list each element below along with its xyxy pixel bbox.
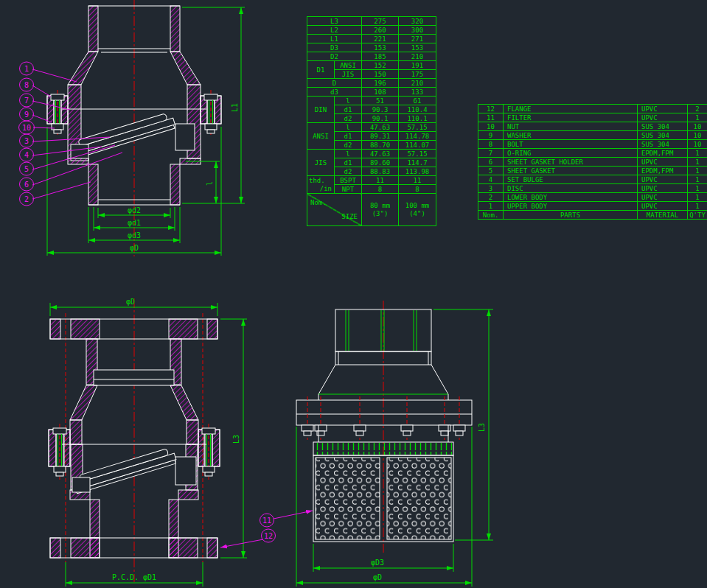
dim-value-80: 221 xyxy=(362,35,399,43)
dim-row-D3: D3153153 xyxy=(307,43,436,52)
seat-notch xyxy=(175,457,196,485)
part-nom: 6 xyxy=(478,158,504,167)
dim-value-100: 271 xyxy=(399,35,436,43)
dim-row-D2: D2185210 xyxy=(307,52,436,61)
dim-value-100: 114.07 xyxy=(399,141,436,150)
part-name: FILTER xyxy=(504,113,638,122)
part-qty: 10 xyxy=(688,131,707,140)
balloon-9: 9 xyxy=(24,111,29,119)
dim-value-80: 152 xyxy=(362,61,399,70)
balloon-7: 7 xyxy=(24,97,29,105)
part-material: UPVC xyxy=(638,113,688,122)
part-row-5: 5SHEET GASKETEPDM,FPM1 xyxy=(478,167,707,175)
dim-value-100: 11 xyxy=(399,176,436,185)
part-row-6: 6SHEET GASKET HOLDERUPVC1 xyxy=(478,158,707,167)
flanged-valve-drawing: φD L3 P.C.D. φD1 xyxy=(49,298,247,587)
part-nom: 1 xyxy=(478,202,504,211)
dim-value-80: 89.31 xyxy=(362,132,399,141)
part-name: SHEET GASKET HOLDER xyxy=(504,158,638,167)
dim-row-bspt: thd./inBSPT1111 xyxy=(307,176,436,185)
part-qty: 1 xyxy=(688,149,707,158)
part-row-3: 3DISCUPVC1 xyxy=(478,184,707,193)
part-row-12: 12FLANGEUPVC2 xyxy=(478,105,707,113)
dim-value-100: 191 xyxy=(399,61,436,70)
dim-label: L3 xyxy=(307,17,362,26)
part-name: UPPER BODY xyxy=(504,202,638,211)
dim-row-size: Nom.SIZE 80 mm(3") 100 mm(4") xyxy=(307,194,436,226)
dim-row-din-l: DINl5161 xyxy=(307,97,436,105)
dim-label: D2 xyxy=(307,52,362,61)
dim-sublabel: l xyxy=(335,123,362,132)
part-material: UPVC xyxy=(638,158,688,167)
dim-value-80: 8 xyxy=(362,185,399,194)
dim-row-D: D196210 xyxy=(307,79,436,88)
size-80: 80 mm(3") xyxy=(362,194,399,226)
part-row-2: 2LOWER BODYUPVC1 xyxy=(478,193,707,202)
dim-value-100: 210 xyxy=(399,52,436,61)
part-qty: 1 xyxy=(688,113,707,122)
part-name: WASHER xyxy=(504,131,638,140)
dim-row-D1-ansi: D1ANSI152191 xyxy=(307,61,436,70)
dim-value-80: 88.70 xyxy=(362,141,399,150)
balloon-8: 8 xyxy=(24,81,29,89)
dim-value-100: 8 xyxy=(399,185,436,194)
part-name: FLANGE xyxy=(504,105,638,113)
dim-label: D xyxy=(307,79,362,88)
cad-viewport[interactable]: φd2 φd1 φd3 φD L1 l 1 8 7 9 10 3 4 5 xyxy=(0,0,707,588)
dim-label-phi-D3: φD3 xyxy=(371,559,384,567)
balloon-2: 2 xyxy=(24,195,29,203)
dim-value-100: 57.15 xyxy=(399,123,436,132)
balloon-callouts: 11 12 xyxy=(220,511,313,547)
dim-sublabel: d1 xyxy=(335,105,362,114)
part-material: UPVC xyxy=(638,184,688,193)
dim-label: D3 xyxy=(307,43,362,52)
balloon-10: 10 xyxy=(22,124,31,132)
dim-value-80: 90.3 xyxy=(362,105,399,114)
header-qty: Q'TY xyxy=(688,211,707,220)
part-qty: 10 xyxy=(688,122,707,131)
dim-value-100: 320 xyxy=(399,17,436,26)
dim-row-ansi-l: ANSIl47.6357.15 xyxy=(307,123,436,132)
dim-sublabel: BSPT xyxy=(335,176,362,185)
dim-row-L1: L1221271 xyxy=(307,35,436,43)
dim-value-80: 47.63 xyxy=(362,150,399,158)
parts-header-row: Nom.PARTSMATERIALQ'TY xyxy=(478,211,707,220)
dim-value-100: 114.78 xyxy=(399,132,436,141)
balloon-5: 5 xyxy=(24,165,29,173)
dim-value-100: 153 xyxy=(399,43,436,52)
part-nom: 11 xyxy=(478,113,504,122)
part-nom: 7 xyxy=(478,149,504,158)
dim-group-D1: D1 xyxy=(307,61,335,79)
part-name: BOLT xyxy=(504,140,638,149)
dim-value-100: 113.98 xyxy=(399,167,436,176)
dim-sublabel: l xyxy=(335,150,362,158)
part-qty: 1 xyxy=(688,193,707,202)
part-nom: 10 xyxy=(478,122,504,131)
part-name: DISC xyxy=(504,184,638,193)
dim-label-phi-d2: φd2 xyxy=(128,206,141,214)
part-qty: 1 xyxy=(688,158,707,167)
dim-group-JIS: JIS xyxy=(307,150,335,176)
dim-value-100: 210 xyxy=(399,79,436,88)
dim-row-jis-l: JISl47.6357.15 xyxy=(307,150,436,158)
header-parts: PARTS xyxy=(504,211,638,220)
dim-group-thd-in: thd./in xyxy=(307,176,335,194)
dim-value-80: 11 xyxy=(362,176,399,185)
dim-group-ANSI: ANSI xyxy=(307,123,335,150)
dim-sublabel: l xyxy=(335,97,362,105)
dim-group-DIN: DIN xyxy=(307,97,335,123)
part-material: UPVC xyxy=(638,105,688,113)
dim-label-phi-d1: φd1 xyxy=(128,219,141,227)
dim-label-phi-D: φD xyxy=(130,244,139,252)
foot-valve-drawing: φD3 φD L3 11 12 xyxy=(220,301,493,587)
dim-value-80: 89.60 xyxy=(362,158,399,167)
part-qty: 1 xyxy=(688,184,707,193)
dim-value-80: 108 xyxy=(362,88,399,97)
part-nom: 8 xyxy=(478,140,504,149)
part-qty: 1 xyxy=(688,202,707,211)
dim-label-L3: L3 xyxy=(232,435,240,444)
dim-value-80: 153 xyxy=(362,43,399,52)
size-100: 100 mm(4") xyxy=(399,194,436,226)
disc-hinge xyxy=(72,477,90,492)
dim-value-100: 114.7 xyxy=(399,158,436,167)
